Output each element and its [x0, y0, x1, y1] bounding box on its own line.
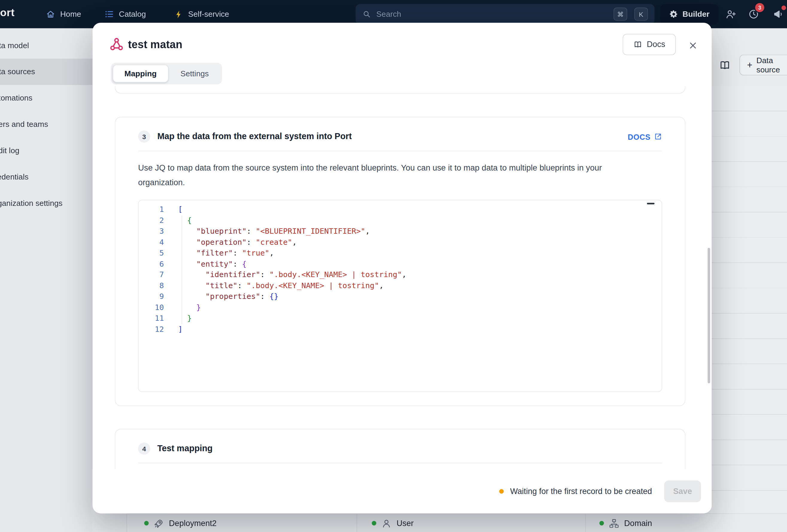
line-number: 5 — [139, 248, 170, 258]
book-icon — [633, 40, 642, 49]
code-text: "filter": "true", — [170, 248, 274, 258]
line-number: 6 — [139, 259, 170, 270]
docs-button[interactable]: Docs — [623, 34, 676, 55]
code-text: "properties": {} — [170, 292, 279, 302]
modal-content: 3 Map the data from the external system … — [92, 86, 711, 469]
test-mapping-section-card: 4 Test mapping — [115, 429, 685, 469]
line-number: 2 — [139, 215, 170, 226]
line-number: 10 — [139, 302, 170, 313]
data-source-modal: test matan Docs Mapping Settings 3 Map t… — [92, 23, 711, 513]
mapping-section-card: 3 Map the data from the external system … — [115, 117, 685, 406]
code-line: 6 "entity": { — [139, 259, 662, 270]
app-stage: Port Home Catalog Self-service Search ⌘ … — [0, 0, 787, 532]
code-line: 11 } — [139, 313, 662, 324]
line-number: 8 — [139, 280, 170, 291]
code-editor-lines: 1[2 {3 "blueprint": "<BLUEPRINT_IDENTIFI… — [139, 200, 662, 335]
docs-link-label: DOCS — [628, 132, 651, 141]
code-line: 4 "operation": "create", — [139, 237, 662, 248]
step-number-badge: 4 — [138, 443, 150, 455]
step-number-badge: 3 — [138, 130, 150, 143]
section-heading: Map the data from the external system in… — [157, 131, 352, 142]
code-line: 9 "properties": {} — [139, 292, 662, 302]
line-number: 7 — [139, 270, 170, 280]
line-number: 4 — [139, 237, 170, 248]
modal-tabs: Mapping Settings — [111, 63, 222, 85]
jq-mapping-editor[interactable]: 1[2 {3 "blueprint": "<BLUEPRINT_IDENTIFI… — [138, 200, 662, 392]
docs-link[interactable]: DOCS — [628, 132, 662, 141]
editor-scrollbar[interactable] — [647, 203, 655, 204]
line-number: 11 — [139, 313, 170, 324]
external-link-icon — [654, 132, 662, 141]
code-text: ] — [170, 324, 183, 335]
code-line: 1[ — [139, 204, 662, 215]
code-text: [ — [170, 204, 183, 215]
close-button[interactable] — [686, 39, 700, 52]
code-line: 2 { — [139, 215, 662, 226]
docs-button-label: Docs — [647, 40, 665, 49]
code-text: "operation": "create", — [170, 237, 297, 248]
code-text: } — [170, 302, 201, 313]
line-number: 9 — [139, 292, 170, 302]
code-line: 5 "filter": "true", — [139, 248, 662, 258]
code-line: 12] — [139, 324, 662, 335]
code-line: 10 } — [139, 302, 662, 313]
line-number: 12 — [139, 324, 170, 335]
code-text: "blueprint": "<BLUEPRINT_IDENTIFIER>", — [170, 226, 370, 237]
section-divider — [138, 463, 662, 464]
section-heading: Test mapping — [157, 443, 213, 454]
status-text: Waiting for the first record to be creat… — [510, 487, 652, 496]
tab-mapping[interactable]: Mapping — [113, 65, 168, 82]
line-number: 3 — [139, 226, 170, 237]
modal-scrollbar[interactable] — [708, 248, 710, 383]
webhook-icon — [109, 37, 124, 51]
code-text: { — [170, 215, 192, 226]
code-line: 3 "blueprint": "<BLUEPRINT_IDENTIFIER>", — [139, 226, 662, 237]
code-text: } — [170, 313, 192, 324]
save-button[interactable]: Save — [664, 481, 701, 503]
modal-footer: Waiting for the first record to be creat… — [92, 469, 711, 513]
code-line: 7 "identifier": ".body.<KEY_NAME> | tost… — [139, 270, 662, 280]
close-icon — [688, 40, 698, 50]
line-number: 1 — [139, 204, 170, 215]
indent-guide — [182, 215, 182, 324]
code-text: "identifier": ".body.<KEY_NAME> | tostri… — [170, 270, 406, 280]
tab-settings[interactable]: Settings — [169, 65, 220, 82]
previous-section-card-edge — [115, 86, 685, 93]
code-text: "title": ".body.<KEY_NAME> | tostring", — [170, 280, 384, 291]
section-description: Use JQ to map data from the source syste… — [138, 161, 646, 190]
modal-title: test matan — [128, 38, 183, 51]
status-dot — [499, 489, 504, 494]
section-divider — [138, 151, 662, 151]
code-line: 8 "title": ".body.<KEY_NAME> | tostring"… — [139, 280, 662, 291]
